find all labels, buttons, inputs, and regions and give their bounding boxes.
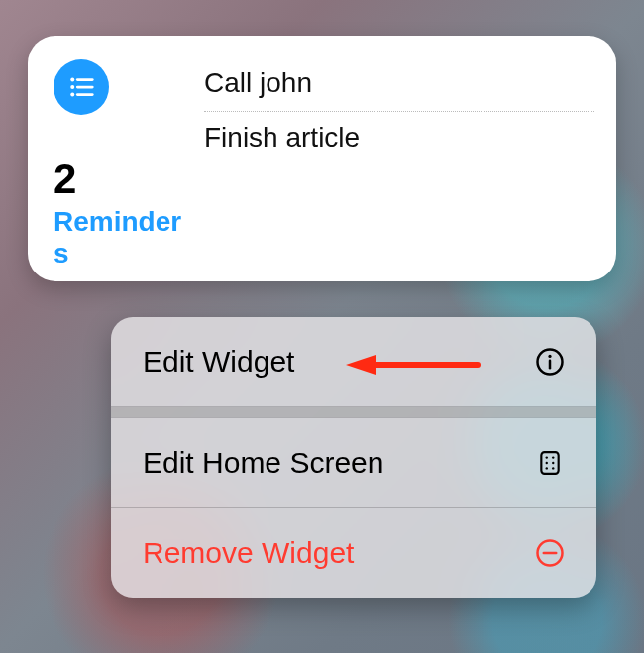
svg-point-11	[552, 456, 554, 458]
edit-widget-menu-item[interactable]: Edit Widget	[111, 317, 596, 406]
menu-item-label: Edit Widget	[143, 345, 294, 379]
svg-point-4	[70, 93, 74, 97]
svg-rect-9	[541, 452, 558, 474]
svg-point-12	[546, 462, 548, 464]
widget-context-menu: Edit Widget Edit Home Screen R	[111, 317, 596, 598]
svg-point-15	[552, 467, 554, 469]
remove-minus-icon	[533, 536, 567, 570]
menu-item-label: Remove Widget	[143, 536, 354, 570]
list-item[interactable]: Call john	[204, 57, 594, 111]
svg-point-7	[548, 355, 551, 358]
edit-home-screen-menu-item[interactable]: Edit Home Screen	[111, 418, 596, 507]
svg-point-14	[546, 467, 548, 469]
reminders-item-list: Call john Finish article	[204, 57, 594, 165]
menu-section-separator	[111, 407, 596, 417]
reminders-widget[interactable]: 2 Reminders Call john Finish article	[28, 36, 616, 281]
widget-header: 2 Reminders	[54, 59, 188, 270]
reminders-list-icon	[54, 59, 109, 115]
menu-item-label: Edit Home Screen	[143, 446, 383, 480]
reminders-count: 2	[54, 159, 188, 200]
info-icon	[533, 345, 567, 379]
svg-point-0	[70, 78, 74, 82]
svg-point-2	[70, 85, 74, 89]
list-item[interactable]: Finish article	[204, 111, 594, 165]
svg-point-13	[552, 462, 554, 464]
home-screen-apps-icon	[533, 446, 567, 480]
widget-app-name: Reminders	[54, 206, 188, 270]
remove-widget-menu-item[interactable]: Remove Widget	[111, 508, 596, 598]
svg-point-10	[546, 456, 548, 458]
